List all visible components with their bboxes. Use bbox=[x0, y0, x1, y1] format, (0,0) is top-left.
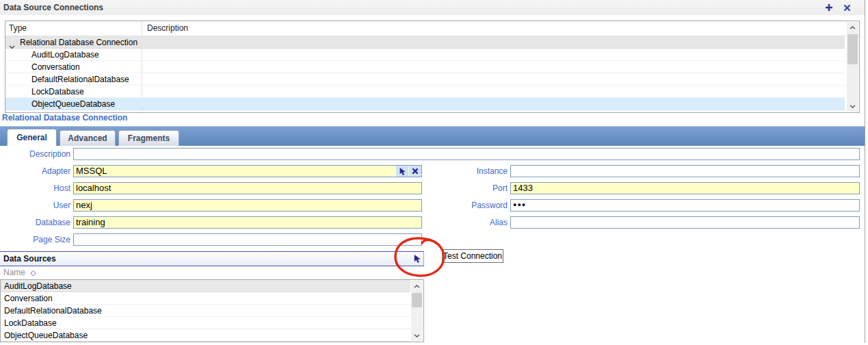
tab-bar: General Advanced Fragments bbox=[0, 126, 865, 146]
table-row[interactable]: Conversation bbox=[5, 61, 845, 73]
list-item-label: ObjectQueueDatabase bbox=[4, 331, 88, 340]
host-label: Host bbox=[0, 182, 70, 194]
page-size-label: Page Size bbox=[0, 233, 70, 246]
window-border bbox=[865, 0, 865, 343]
user-field[interactable]: nexj bbox=[73, 199, 422, 212]
data-sources-list: AuditLogDatabase Conversation DefaultRel… bbox=[0, 279, 424, 342]
column-header-type[interactable]: Type bbox=[9, 21, 27, 36]
vertical-scrollbar[interactable] bbox=[847, 22, 858, 112]
detail-title: Relational Database Connection bbox=[2, 113, 127, 123]
adapter-value: MSSQL bbox=[76, 166, 107, 176]
adapter-field[interactable]: MSSQL bbox=[73, 165, 422, 177]
table-row[interactable]: DefaultRelationalDatabase bbox=[5, 73, 845, 86]
user-label: User bbox=[0, 199, 70, 212]
database-label: Database bbox=[0, 216, 70, 229]
instance-field[interactable] bbox=[510, 165, 860, 177]
tab-fragments[interactable]: Fragments bbox=[118, 130, 179, 146]
list-item-label: AuditLogDatabase bbox=[4, 281, 72, 291]
sort-diamond-icon: ◇ bbox=[30, 268, 36, 277]
row-label: Conversation bbox=[31, 61, 80, 73]
scroll-up-icon[interactable] bbox=[411, 281, 423, 292]
name-column-header[interactable]: Name ◇ bbox=[0, 266, 424, 279]
tab-general[interactable]: General bbox=[7, 129, 57, 146]
page-size-field[interactable] bbox=[73, 233, 422, 246]
list-item-selected[interactable]: AuditLogDatabase bbox=[1, 280, 410, 292]
add-icon[interactable] bbox=[824, 2, 834, 13]
clear-icon[interactable] bbox=[409, 166, 421, 177]
scrollbar-thumb[interactable] bbox=[847, 34, 858, 64]
table-row[interactable]: AuditLogDatabase bbox=[5, 49, 845, 61]
scrollbar-thumb[interactable] bbox=[412, 293, 422, 307]
connections-table: Type Description Relational Database Con… bbox=[5, 21, 860, 113]
page-title: Data Source Connections bbox=[3, 0, 103, 15]
scroll-down-icon[interactable] bbox=[411, 330, 423, 341]
adapter-picker bbox=[395, 166, 421, 177]
adapter-label: Adapter bbox=[0, 165, 70, 177]
port-label: Port bbox=[424, 182, 508, 194]
tree-group-row[interactable]: Relational Database Connection bbox=[5, 36, 845, 49]
tree-group-label: Relational Database Connection bbox=[20, 36, 137, 49]
vertical-scrollbar[interactable] bbox=[411, 281, 423, 341]
password-label: Password bbox=[424, 199, 508, 212]
row-label: ObjectQueueDatabase bbox=[31, 98, 115, 110]
list-item-label: Conversation bbox=[4, 294, 53, 303]
app-window: Data Source Connections Type Description… bbox=[0, 0, 868, 345]
list-item[interactable]: ObjectQueueDatabase bbox=[1, 329, 410, 342]
database-field[interactable]: training bbox=[73, 216, 422, 229]
list-item-label: DefaultRelationalDatabase bbox=[4, 306, 102, 316]
column-header-description[interactable]: Description bbox=[147, 21, 188, 36]
test-connection-button[interactable]: Test Connection bbox=[442, 249, 503, 263]
row-label: LockDatabase bbox=[31, 86, 84, 98]
table-row[interactable]: LockDatabase bbox=[5, 86, 845, 98]
scroll-down-icon[interactable] bbox=[847, 101, 858, 112]
description-field[interactable] bbox=[73, 148, 860, 160]
data-sources-header: Data Sources bbox=[0, 251, 424, 266]
alias-label: Alias bbox=[424, 216, 508, 229]
scroll-up-icon[interactable] bbox=[847, 22, 858, 33]
row-label: DefaultRelationalDatabase bbox=[31, 73, 129, 86]
list-item[interactable]: DefaultRelationalDatabase bbox=[1, 305, 410, 317]
section-header: Data Source Connections bbox=[0, 0, 865, 15]
host-field[interactable]: localhost bbox=[73, 182, 422, 194]
data-sources-select-cursor-icon[interactable] bbox=[411, 253, 422, 264]
table-row-selected[interactable]: ObjectQueueDatabase bbox=[5, 98, 845, 110]
password-field[interactable]: ●●● bbox=[510, 199, 860, 212]
row-label: AuditLogDatabase bbox=[31, 49, 99, 61]
tab-advanced[interactable]: Advanced bbox=[60, 130, 116, 146]
close-icon[interactable] bbox=[841, 2, 852, 13]
name-column-label: Name bbox=[3, 268, 25, 277]
list-item[interactable]: LockDatabase bbox=[1, 317, 410, 329]
port-field[interactable]: 1433 bbox=[510, 182, 860, 194]
alias-field[interactable] bbox=[510, 216, 860, 229]
list-item-label: LockDatabase bbox=[4, 318, 57, 328]
select-cursor-icon[interactable] bbox=[396, 166, 408, 177]
description-label: Description bbox=[0, 148, 70, 160]
list-item[interactable]: Conversation bbox=[1, 292, 410, 305]
instance-label: Instance bbox=[424, 165, 508, 177]
data-sources-title: Data Sources bbox=[3, 252, 56, 266]
